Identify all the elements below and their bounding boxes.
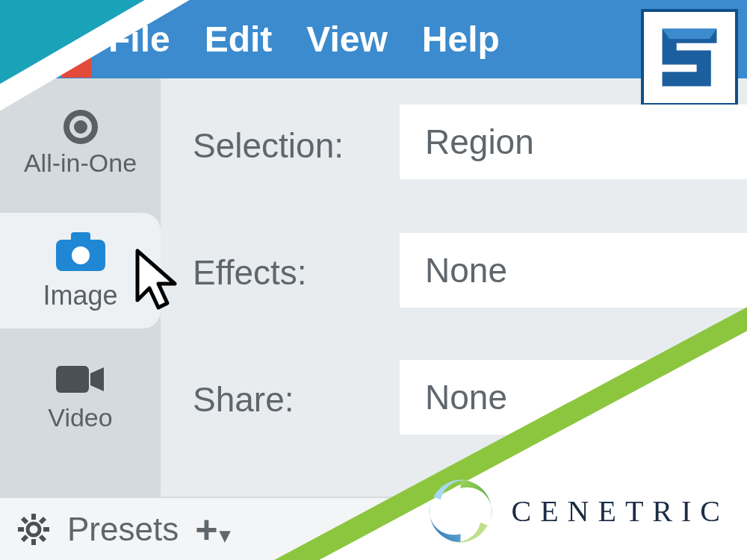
svg-line-14: [40, 536, 45, 541]
svg-marker-1: [663, 29, 717, 39]
menu-view[interactable]: View: [306, 19, 388, 60]
svg-point-4: [72, 246, 90, 264]
snagit-logo-icon: [641, 9, 738, 106]
value-share: None: [425, 377, 507, 417]
field-effects[interactable]: None: [400, 233, 747, 308]
gear-icon[interactable]: [16, 512, 51, 547]
cenetric-branding: CENETRIC: [425, 476, 729, 547]
presets-label[interactable]: Presets: [67, 511, 179, 548]
value-effects: None: [425, 250, 507, 290]
add-preset-button[interactable]: + ▾: [195, 510, 229, 549]
svg-marker-6: [90, 367, 104, 391]
svg-line-13: [22, 518, 27, 523]
label-effects: Effects:: [193, 252, 307, 293]
chevron-down-icon: ▾: [220, 525, 230, 546]
plus-icon: +: [195, 510, 217, 549]
value-selection: Region: [425, 122, 534, 162]
target-icon: [63, 110, 98, 144]
svg-rect-3: [71, 232, 90, 243]
video-icon: [55, 363, 107, 399]
svg-line-16: [22, 536, 27, 541]
field-share[interactable]: None: [400, 360, 747, 435]
svg-point-8: [28, 523, 40, 535]
menu-file[interactable]: File: [108, 19, 170, 60]
field-selection[interactable]: Region: [400, 105, 747, 179]
tab-label-all: All-in-One: [24, 149, 137, 178]
menu-help[interactable]: Help: [422, 19, 500, 60]
camera-icon: [55, 231, 107, 276]
record-indicator: [61, 58, 91, 78]
cenetric-logo-icon: [425, 476, 496, 547]
svg-line-15: [40, 518, 45, 523]
app-window: File Edit View Help All-in-One Image: [0, 0, 747, 560]
menu-edit[interactable]: Edit: [205, 19, 273, 60]
label-selection: Selection:: [193, 125, 344, 166]
svg-rect-5: [56, 366, 89, 393]
menu-bar: File Edit View Help: [0, 0, 747, 78]
tab-label-video: Video: [48, 403, 112, 432]
label-share: Share:: [193, 379, 294, 420]
tab-video[interactable]: Video: [0, 340, 161, 455]
cenetric-wordmark: CENETRIC: [511, 494, 729, 529]
tab-all-in-one[interactable]: All-in-One: [0, 86, 161, 202]
tab-image[interactable]: Image: [0, 213, 161, 329]
tab-label-image: Image: [43, 280, 117, 311]
